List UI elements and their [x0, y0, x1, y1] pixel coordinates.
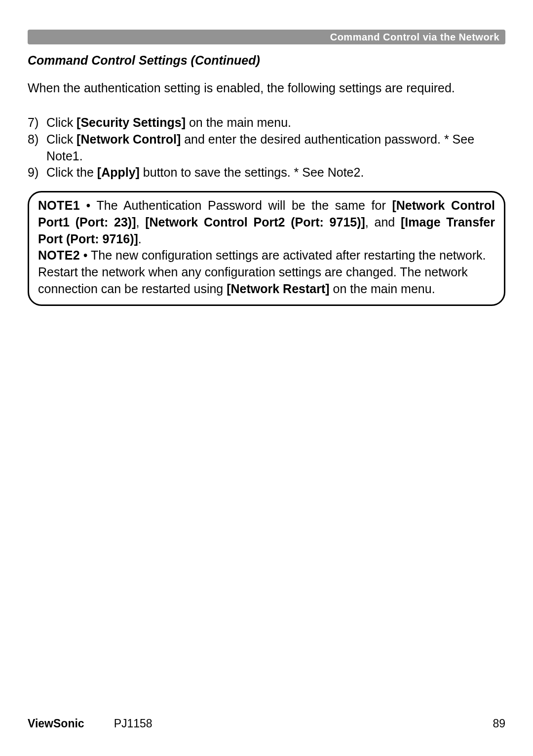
- step-num: 9): [28, 164, 46, 181]
- steps-list: 7) Click [Security Settings] on the main…: [28, 114, 505, 181]
- step-body: Click the [Apply] button to save the set…: [46, 164, 505, 181]
- step-post: button to save the settings. * See Note2…: [140, 165, 364, 179]
- step-bold: [Network Control]: [76, 132, 181, 146]
- footer-page: 89: [493, 717, 505, 730]
- footer-model: PJ1158: [114, 717, 152, 730]
- step-post: on the main menu.: [186, 115, 291, 129]
- section-title: Command Control Settings (Continued): [28, 53, 505, 68]
- note2: NOTE2 • The new configuration settings a…: [38, 247, 495, 297]
- step-pre: Click: [46, 115, 76, 129]
- step-bold: [Apply]: [97, 165, 140, 179]
- note1-b2: [Network Control Port2 (Port: 9715)]: [145, 215, 365, 229]
- step-9: 9) Click the [Apply] button to save the …: [28, 164, 505, 181]
- intro-text: When the authentication setting is enabl…: [28, 79, 505, 97]
- header-bar-text: Command Control via the Network: [330, 32, 499, 43]
- note1-end: .: [138, 232, 142, 246]
- note1-mid1: ,: [136, 215, 146, 229]
- notes-box: NOTE1 • The Authentication Password will…: [28, 191, 505, 306]
- step-pre: Click the: [46, 165, 97, 179]
- step-body: Click [Network Control] and enter the de…: [46, 131, 505, 165]
- footer: ViewSonic PJ1158 89: [28, 717, 505, 730]
- header-bar: Command Control via the Network: [28, 30, 505, 44]
- step-pre: Click: [46, 132, 76, 146]
- note2-b1: [Network Restart]: [227, 282, 329, 296]
- step-bold: [Security Settings]: [76, 115, 186, 129]
- step-8: 8) Click [Network Control] and enter the…: [28, 131, 505, 165]
- step-7: 7) Click [Security Settings] on the main…: [28, 114, 505, 131]
- note1-label: NOTE1: [38, 198, 80, 212]
- note2-label: NOTE2: [38, 248, 80, 262]
- note2-end: on the main menu.: [330, 282, 435, 296]
- footer-brand: ViewSonic: [28, 717, 84, 730]
- note1-mid2: , and: [365, 215, 401, 229]
- step-body: Click [Security Settings] on the main me…: [46, 114, 505, 131]
- note1-pre: • The Authentication Password will be th…: [80, 198, 392, 212]
- step-num: 7): [28, 114, 46, 131]
- step-num: 8): [28, 131, 46, 165]
- note1: NOTE1 • The Authentication Password will…: [38, 197, 495, 247]
